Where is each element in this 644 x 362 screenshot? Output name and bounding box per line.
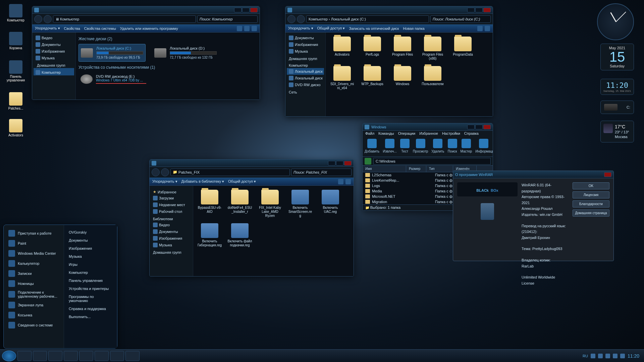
gadget-drive[interactable]: C: <box>600 101 634 114</box>
close-button[interactable] <box>483 8 491 12</box>
tray-icon[interactable] <box>605 354 610 358</box>
col-name[interactable]: Имя <box>363 166 406 172</box>
properties-button[interactable]: Свойства <box>64 26 80 31</box>
startmenu-item[interactable]: Paint <box>6 238 62 248</box>
add-button[interactable]: Добавить <box>365 139 379 155</box>
menu-help[interactable]: Справка <box>464 131 479 136</box>
desktop-icon-recycle[interactable]: Корзина <box>4 32 28 50</box>
startmenu-place[interactable]: Музыка <box>66 252 115 260</box>
startmenu-place[interactable]: OVGorskiy <box>66 228 115 236</box>
extract-button[interactable]: Извлеч... <box>383 139 396 155</box>
favorites-header[interactable]: ★ Избранное <box>151 188 192 195</box>
network-icon[interactable] <box>613 354 618 358</box>
sidebar-documents[interactable]: Документы <box>151 228 192 235</box>
sidebar-recent[interactable]: Недавние мест <box>151 201 192 208</box>
search-box[interactable]: Поиск: Patches_FIX <box>291 169 352 176</box>
ok-button[interactable]: OK <box>573 182 609 189</box>
test-button[interactable]: Тест <box>400 139 410 155</box>
maximize-button[interactable] <box>475 125 483 129</box>
sidebar-network[interactable]: Сеть <box>287 88 324 95</box>
back-button[interactable] <box>34 15 42 23</box>
col-type[interactable]: Тип <box>426 166 453 172</box>
file-item[interactable]: Включить UAC.reg <box>317 188 344 219</box>
minimize-button[interactable] <box>328 161 335 166</box>
startmenu-item[interactable]: Приступая к работе <box>6 228 62 238</box>
libraries-header[interactable]: Библиотеки <box>151 215 192 222</box>
path-input[interactable] <box>373 158 491 165</box>
startmenu-item[interactable]: Экранная лупа <box>6 300 62 310</box>
file-item[interactable]: BypassESU-v9-AIO <box>196 188 223 219</box>
view-icon[interactable] <box>477 26 483 31</box>
taskbar-app3[interactable] <box>110 351 124 361</box>
close-button[interactable] <box>344 161 352 166</box>
titlebar[interactable] <box>32 6 260 14</box>
desktop-icon-activators[interactable]: Activators <box>4 119 28 137</box>
view-icon[interactable] <box>237 26 242 31</box>
startmenu-item[interactable]: Записки <box>6 268 62 279</box>
desktop-icon-controlpanel[interactable]: Панель управления <box>4 60 28 82</box>
disk-d[interactable]: Локальный диск (D:) 72,7 ГБ свободно из … <box>152 44 219 62</box>
startmenu-place[interactable]: Справка и поддержка <box>66 305 115 313</box>
startmenu-item[interactable]: Ножницы <box>6 279 62 289</box>
newfolder-button[interactable]: Новая папка <box>403 26 424 31</box>
startmenu-item[interactable]: Сведения о системе <box>6 320 62 330</box>
sidebar-homegroup[interactable]: Домашняя групп <box>34 61 74 68</box>
sidebar-images[interactable]: Изображения <box>287 41 324 48</box>
sidebar-video[interactable]: Видео <box>151 222 192 228</box>
close-button[interactable] <box>483 125 491 129</box>
wizard-button[interactable]: Мастер <box>461 139 472 155</box>
view-button[interactable]: Просмотр <box>413 139 428 155</box>
startmenu-place[interactable]: Компьютер <box>66 268 115 277</box>
sidebar-images[interactable]: Изображения <box>34 48 74 55</box>
startmenu-place[interactable]: Игры <box>66 260 115 268</box>
menu-file[interactable]: Файл <box>365 131 374 136</box>
titlebar[interactable]: О программе WinRAR <box>453 171 613 178</box>
folder-item[interactable]: Пользователи <box>419 65 446 92</box>
back-button[interactable] <box>152 168 160 176</box>
sidebar-documents[interactable]: Документы <box>34 41 74 48</box>
help-icon[interactable] <box>252 26 257 31</box>
preview-icon[interactable] <box>244 26 250 31</box>
burn-button[interactable]: Записать на оптический диск <box>349 26 399 31</box>
info-button[interactable]: Информация <box>475 139 492 155</box>
minimize-button[interactable] <box>467 125 475 129</box>
back-button[interactable] <box>287 15 296 23</box>
startmenu-item[interactable]: Windows Media Center <box>6 248 62 258</box>
sidebar-documents[interactable]: Документы <box>287 35 324 41</box>
help-icon[interactable] <box>345 179 351 184</box>
gadget-weather[interactable]: 17°C 23° / 13° Москва <box>600 121 634 142</box>
clock[interactable]: 11:20 <box>628 353 639 359</box>
search-box[interactable]: Поиск: Компьютер <box>197 15 258 23</box>
folder-item[interactable]: Program Files <box>389 35 416 62</box>
sidebar-computer[interactable]: Компьютер <box>34 68 74 75</box>
titlebar[interactable]: Windows <box>363 123 493 131</box>
taskbar-app4[interactable] <box>125 351 140 361</box>
folder-item[interactable]: W7P_Backups <box>359 65 386 92</box>
search-box[interactable]: Поиск: Локальный диск (C:) <box>430 15 491 23</box>
sidebar-video[interactable]: Видео <box>34 35 74 41</box>
maximize-button[interactable] <box>336 161 343 166</box>
desktop-icon-computer[interactable]: Компьютер <box>4 4 28 22</box>
disk-c[interactable]: Локальный диск (C:) 73,9 ГБ свободно из … <box>78 44 146 62</box>
gadget-digital-clock[interactable]: 11:20 Samstag, 15. Mai 2021 <box>600 79 634 95</box>
folder-item[interactable]: ProgramData <box>449 35 477 62</box>
uninstall-button[interactable]: Удалить или изменить программу <box>120 26 178 31</box>
menu-commands[interactable]: Команды <box>378 131 394 136</box>
forward-button[interactable] <box>44 15 52 23</box>
sidebar-disk-c[interactable]: Локальный диск <box>287 68 324 75</box>
menu-favorites[interactable]: Избранное <box>419 131 438 136</box>
startmenu-place[interactable]: Устройства и принтеры <box>66 285 115 293</box>
startmenu-item[interactable]: Калькулятор <box>6 258 62 268</box>
close-button[interactable] <box>604 172 611 177</box>
folder-item[interactable]: SDI_Drivers_mini_x64 <box>328 65 356 92</box>
sidebar-music[interactable]: Музыка <box>34 55 74 61</box>
gadget-calendar[interactable]: May 2021 15 Saturday <box>600 44 634 70</box>
maximize-button[interactable] <box>475 8 483 12</box>
sidebar-desktop[interactable]: Рабочий стол <box>151 208 192 215</box>
organize-menu[interactable]: Упорядочить ▾ <box>288 26 313 31</box>
address-bar[interactable]: 📁 Patches_FIX <box>170 169 290 176</box>
address-bar[interactable]: Компьютер › Локальный диск (C:) <box>306 15 429 23</box>
up-button[interactable] <box>365 158 371 165</box>
desktop-icon-patches[interactable]: Patches... <box>4 92 28 110</box>
startmenu-place[interactable]: Панель управления <box>66 277 115 285</box>
